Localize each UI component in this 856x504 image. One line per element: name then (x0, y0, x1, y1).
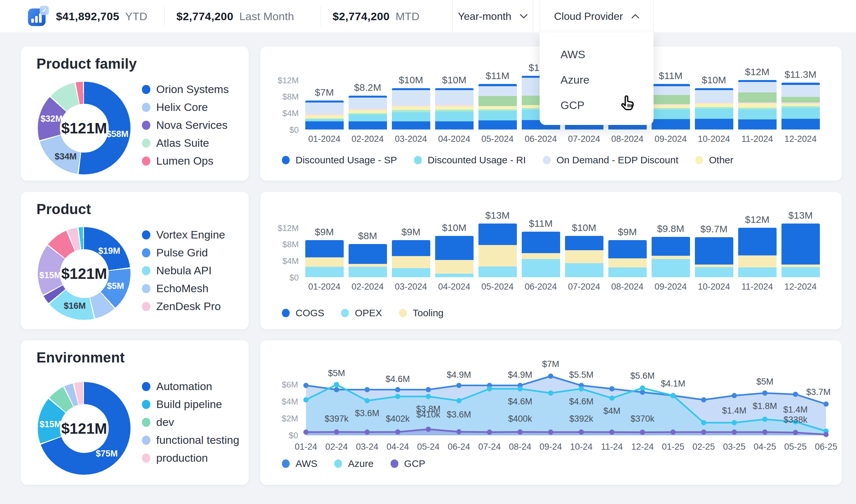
bar-segment-discounted-usage-sp[interactable] (349, 121, 387, 129)
bar-segment-discounted-usage-sp[interactable] (652, 119, 690, 129)
data-point-azure[interactable] (364, 398, 370, 403)
stacked-bar-02-2024[interactable] (349, 96, 387, 129)
bar-segment-other[interactable] (349, 110, 387, 113)
dropdown-option-azure[interactable]: Azure (540, 67, 654, 92)
data-point-aws[interactable] (732, 393, 737, 398)
data-point-aws[interactable] (793, 392, 798, 397)
data-point-gcp[interactable] (303, 430, 308, 435)
stacked-bar-01-2024[interactable] (305, 240, 344, 277)
bar-segment-other[interactable] (392, 106, 430, 110)
bar-segment-cogs[interactable] (782, 223, 820, 265)
data-point-azure[interactable] (762, 417, 767, 422)
bar-segment-discounted-usage-sp[interactable] (695, 119, 733, 129)
bar-segment-cogs[interactable] (305, 240, 344, 257)
legend-item-build-pipeline[interactable]: Build pipeline (142, 398, 239, 411)
bar-segment-opex[interactable] (565, 263, 603, 277)
stacked-bar-01-2024[interactable] (305, 101, 344, 129)
data-point-azure[interactable] (456, 398, 462, 403)
stacked-bar-07-2024[interactable] (565, 236, 603, 277)
data-point-aws[interactable] (395, 387, 400, 392)
legend-item-helix-core[interactable]: Helix Core (142, 101, 229, 113)
legend-item-atlas-suite[interactable]: Atlas Suite (142, 137, 229, 149)
data-point-aws[interactable] (762, 391, 767, 396)
legend-item-dev[interactable]: dev (142, 416, 239, 429)
bar-segment-opex[interactable] (695, 267, 733, 277)
bar-segment-green[interactable] (479, 96, 517, 106)
legend-item-nova-services[interactable]: Nova Services (142, 119, 229, 131)
stacked-bar-08-2024[interactable] (608, 240, 647, 277)
legend-item-zendesk-pro[interactable]: ZenDesk Pro (142, 300, 225, 313)
data-point-aws[interactable] (303, 383, 308, 388)
bar-segment-on-demand-edp-discount[interactable] (305, 103, 344, 114)
data-point-azure[interactable] (671, 393, 676, 398)
data-point-gcp[interactable] (487, 430, 492, 435)
bar-segment-on-demand-edp-discount[interactable] (349, 97, 387, 109)
bar-segment-discounted-usage-sp[interactable] (305, 121, 344, 129)
data-point-aws[interactable] (426, 387, 431, 392)
bar-segment-opex[interactable] (392, 268, 430, 277)
bar-segment-opex[interactable] (349, 267, 387, 277)
environment-donut-chart[interactable]: $121M$75M$15M (38, 382, 130, 475)
bar-segment-tooling[interactable] (565, 250, 603, 263)
data-point-aws[interactable] (548, 374, 553, 379)
bar-segment-discounted-usage-ri[interactable] (695, 109, 733, 119)
bar-segment-tooling[interactable] (782, 265, 820, 268)
data-point-gcp[interactable] (640, 430, 645, 435)
data-point-azure[interactable] (640, 385, 645, 391)
bar-segment-opex[interactable] (479, 267, 517, 277)
data-point-gcp[interactable] (517, 430, 523, 435)
legend-item-discounted-usage-ri[interactable]: Discounted Usage - RI (414, 155, 526, 166)
legend-item-other[interactable]: Other (695, 155, 733, 166)
bar-segment-cogs[interactable] (435, 236, 474, 260)
bar-segment-green[interactable] (652, 95, 690, 104)
stacked-bar-11-2024[interactable] (738, 228, 777, 277)
bar-segment-opex[interactable] (522, 259, 560, 277)
year-month-filter-button[interactable]: Year-month (452, 0, 533, 33)
stacked-bar-10-2024[interactable] (695, 237, 733, 277)
bar-segment-other[interactable] (435, 106, 474, 110)
bar-segment-opex[interactable] (435, 274, 474, 277)
stacked-bar-04-2024[interactable] (435, 88, 474, 129)
product-donut-chart[interactable]: $121M$19M$5M$16M$15M (38, 227, 130, 320)
stacked-bar-05-2024[interactable] (479, 84, 517, 129)
bar-segment-cogs[interactable] (392, 240, 430, 256)
bar-segment-on-demand-edp-discount[interactable] (479, 86, 517, 96)
data-point-azure[interactable] (732, 420, 737, 425)
legend-item-opex[interactable]: OPEX (341, 307, 382, 319)
bar-segment-on-demand-edp-discount[interactable] (392, 90, 430, 106)
data-point-gcp[interactable] (823, 432, 829, 437)
bar-segment-cogs[interactable] (608, 240, 647, 258)
legend-item-lumen-ops[interactable]: Lumen Ops (142, 155, 229, 167)
stacked-bar-02-2024[interactable] (349, 244, 387, 277)
stacked-bar-05-2024[interactable] (479, 223, 517, 277)
stacked-bar-12-2024[interactable] (782, 83, 820, 129)
bar-segment-tooling[interactable] (608, 258, 647, 268)
data-point-azure[interactable] (395, 394, 400, 399)
stacked-bar-11-2024[interactable] (738, 80, 777, 129)
product-family-donut-chart[interactable]: $121M$58M$34M$32M (38, 82, 130, 175)
bar-segment-tooling[interactable] (435, 260, 474, 274)
stacked-bar-03-2024[interactable] (392, 88, 430, 129)
legend-item-tooling[interactable]: Tooling (399, 307, 444, 319)
bar-segment-other[interactable] (305, 115, 344, 119)
stacked-bar-09-2024[interactable] (652, 237, 690, 277)
data-point-aws[interactable] (823, 401, 829, 407)
data-point-gcp[interactable] (793, 430, 798, 435)
bar-segment-cogs[interactable] (695, 237, 733, 265)
bar-segment-discounted-usage-ri[interactable] (349, 114, 387, 121)
data-point-gcp[interactable] (395, 430, 400, 435)
data-point-gcp[interactable] (334, 430, 339, 435)
bar-segment-opex[interactable] (608, 268, 647, 277)
bar-segment-cogs[interactable] (522, 232, 560, 253)
bar-segment-discounted-usage-ri[interactable] (479, 111, 517, 120)
data-point-gcp[interactable] (732, 430, 737, 435)
legend-item-discounted-usage-sp[interactable]: Discounted Usage - SP (282, 155, 397, 166)
data-point-aws[interactable] (701, 397, 706, 402)
data-point-gcp[interactable] (548, 430, 553, 435)
bar-segment-tooling[interactable] (738, 255, 777, 268)
cloud-provider-filter-button[interactable]: Cloud Provider (540, 0, 654, 33)
data-point-gcp[interactable] (701, 430, 706, 435)
bar-segment-opex[interactable] (782, 267, 820, 277)
bar-segment-on-demand-edp-discount[interactable] (695, 90, 733, 102)
bar-segment-discounted-usage-ri[interactable] (435, 112, 474, 121)
